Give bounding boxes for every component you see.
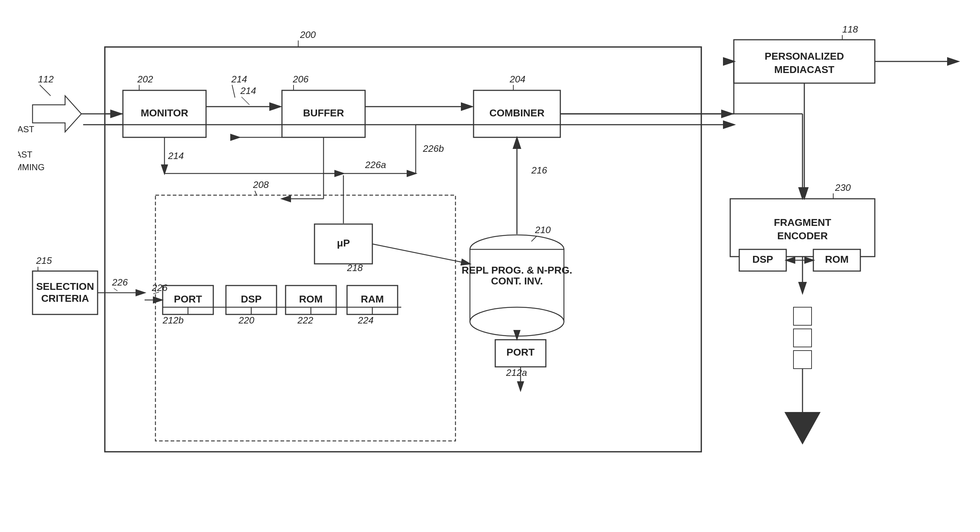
ref-218: 218 — [347, 262, 363, 273]
ref-214-left: 214 — [168, 150, 184, 161]
ref-112: 112 — [38, 74, 54, 84]
broadcast-arrow-shape — [33, 96, 81, 132]
ref-212b: 212b — [162, 315, 184, 326]
ref-202: 202 — [137, 74, 153, 84]
diagram-container: 200 PERSONALIZED MEDIACAST 118 FRAGMENT … — [18, 18, 962, 514]
broadcast-label4: PROGRAMMING — [18, 162, 45, 172]
broadcast-label3: WEBCAST — [18, 149, 33, 159]
output-pipe — [794, 307, 811, 325]
dsp-fragment-label: DSP — [752, 254, 773, 265]
ref-222: 222 — [297, 315, 313, 326]
ref-226a: 226a — [365, 159, 386, 170]
ref-230: 230 — [835, 182, 851, 193]
selection-criteria-label2: CRITERIA — [41, 293, 89, 304]
port-left-label: PORT — [174, 294, 202, 305]
large-down-arrow — [784, 412, 821, 445]
ref-215: 215 — [36, 255, 52, 266]
ref-208: 208 — [253, 179, 269, 190]
ref-214-buf: 214 — [240, 85, 256, 96]
rom-fragment-label: ROM — [825, 254, 848, 265]
combiner-label: COMBINER — [490, 107, 544, 119]
ref-226b: 226b — [423, 143, 444, 154]
ref-220: 220 — [238, 315, 255, 326]
repl-prog-label2: CONT. INV. — [491, 275, 543, 287]
rom-inner-label: ROM — [299, 294, 323, 305]
fragment-encoder-label2: ENCODER — [777, 230, 828, 241]
ref-224: 224 — [358, 315, 374, 326]
repl-prog-cylinder-bottom — [470, 307, 564, 336]
fragment-encoder-label: FRAGMENT — [774, 217, 831, 228]
ref-206: 206 — [293, 74, 309, 84]
mu-processor-label: μP — [337, 237, 350, 249]
ref-204: 204 — [509, 74, 525, 84]
output-pipe2 — [794, 329, 811, 347]
ref-226: 226 — [112, 277, 128, 288]
selection-criteria-label: SELECTION — [36, 281, 94, 292]
ref-212a: 212a — [506, 367, 527, 378]
personalized-mediacast-label2: MEDIACAST — [774, 64, 834, 75]
port-bottom-label: PORT — [506, 346, 535, 358]
ref-210: 210 — [535, 224, 551, 235]
ref-200: 200 — [300, 29, 316, 40]
output-pipe3 — [794, 351, 811, 368]
ref-216: 216 — [531, 165, 547, 176]
dsp-inner-label: DSP — [241, 294, 262, 305]
svg-line-14 — [40, 85, 51, 96]
repl-prog-label1: REPL PROG. & N-PRG. — [461, 265, 572, 276]
ram-inner-label: RAM — [361, 294, 384, 305]
ref-226-bus: 226 — [151, 282, 168, 293]
personalized-mediacast-label: PERSONALIZED — [765, 51, 844, 62]
ref-118: 118 — [842, 24, 858, 35]
broadcast-label: BROADCAST — [18, 124, 34, 134]
buffer-label: BUFFER — [303, 107, 344, 119]
ref-214-top: 214 — [231, 74, 247, 84]
monitor-label: MONITOR — [141, 107, 188, 119]
